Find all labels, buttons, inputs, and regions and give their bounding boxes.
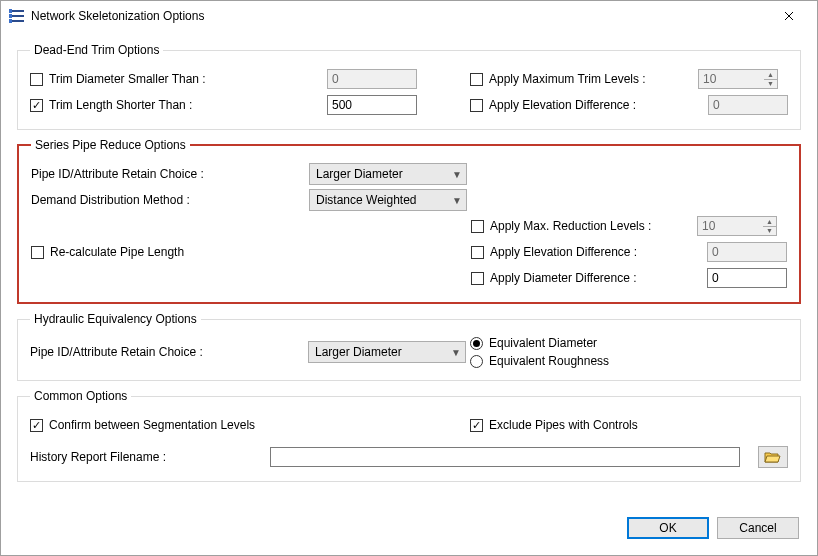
- series-demand-value: Distance Weighted: [316, 193, 452, 207]
- apply-max-reduction-spinner[interactable]: ▲▼: [763, 216, 777, 236]
- exclude-pipes-checkbox[interactable]: [470, 419, 483, 432]
- history-filename-label: History Report Filename :: [30, 450, 270, 464]
- close-button[interactable]: [769, 1, 809, 31]
- series-demand-combo[interactable]: Distance Weighted ▼: [309, 189, 467, 211]
- folder-open-icon: [764, 450, 782, 464]
- apply-max-trim-input: [698, 69, 764, 89]
- svg-rect-1: [10, 15, 24, 17]
- chevron-down-icon: ▼: [452, 169, 462, 180]
- hydraulic-legend: Hydraulic Equivalency Options: [30, 312, 201, 326]
- series-demand-label: Demand Distribution Method :: [31, 193, 303, 207]
- history-filename-input[interactable]: [270, 447, 740, 467]
- recalc-pipe-length-checkbox[interactable]: [31, 246, 44, 259]
- series-retain-combo[interactable]: Larger Diameter ▼: [309, 163, 467, 185]
- svg-rect-0: [10, 10, 24, 12]
- trim-diameter-input: [327, 69, 417, 89]
- hydraulic-retain-label: Pipe ID/Attribute Retain Choice :: [30, 345, 302, 359]
- common-legend: Common Options: [30, 389, 131, 403]
- chevron-up-icon[interactable]: ▲: [764, 70, 777, 80]
- apply-elev-diff-de-checkbox[interactable]: [470, 99, 483, 112]
- cancel-button[interactable]: Cancel: [717, 517, 799, 539]
- confirm-segmentation-label: Confirm between Segmentation Levels: [49, 418, 255, 432]
- apply-elev-diff-sp-checkbox[interactable]: [471, 246, 484, 259]
- eq-diameter-label: Equivalent Diameter: [489, 336, 597, 350]
- apply-max-trim-label: Apply Maximum Trim Levels :: [489, 72, 661, 86]
- chevron-down-icon[interactable]: ▼: [763, 227, 776, 236]
- eq-roughness-label: Equivalent Roughness: [489, 354, 609, 368]
- window-title: Network Skeletonization Options: [31, 9, 769, 23]
- apply-elev-diff-sp-label: Apply Elevation Difference :: [490, 245, 662, 259]
- deadend-group: Dead-End Trim Options Trim Diameter Smal…: [17, 43, 801, 130]
- hydraulic-retain-value: Larger Diameter: [315, 345, 451, 359]
- apply-elev-diff-sp-input: [707, 242, 787, 262]
- hydraulic-group: Hydraulic Equivalency Options Pipe ID/At…: [17, 312, 801, 381]
- trim-diameter-label: Trim Diameter Smaller Than :: [49, 72, 321, 86]
- confirm-segmentation-checkbox[interactable]: [30, 419, 43, 432]
- deadend-legend: Dead-End Trim Options: [30, 43, 163, 57]
- hydraulic-retain-combo[interactable]: Larger Diameter ▼: [308, 341, 466, 363]
- apply-elev-diff-de-label: Apply Elevation Difference :: [489, 98, 661, 112]
- trim-length-checkbox[interactable]: [30, 99, 43, 112]
- apply-max-reduction-input: [697, 216, 763, 236]
- trim-diameter-checkbox[interactable]: [30, 73, 43, 86]
- recalc-pipe-length-label: Re-calculate Pipe Length: [50, 245, 184, 259]
- series-retain-label: Pipe ID/Attribute Retain Choice :: [31, 167, 303, 181]
- eq-roughness-radio[interactable]: [470, 355, 483, 368]
- browse-file-button[interactable]: [758, 446, 788, 468]
- svg-rect-4: [9, 14, 12, 18]
- apply-diam-diff-input[interactable]: [707, 268, 787, 288]
- trim-length-input[interactable]: [327, 95, 417, 115]
- svg-rect-5: [9, 19, 12, 23]
- eq-diameter-radio[interactable]: [470, 337, 483, 350]
- series-group: Series Pipe Reduce Options Pipe ID/Attri…: [17, 138, 801, 304]
- chevron-down-icon: ▼: [452, 195, 462, 206]
- chevron-up-icon[interactable]: ▲: [763, 217, 776, 227]
- apply-diam-diff-checkbox[interactable]: [471, 272, 484, 285]
- trim-length-label: Trim Length Shorter Than :: [49, 98, 321, 112]
- series-legend: Series Pipe Reduce Options: [31, 138, 190, 152]
- apply-elev-diff-de-input: [708, 95, 788, 115]
- common-group: Common Options Confirm between Segmentat…: [17, 389, 801, 482]
- exclude-pipes-label: Exclude Pipes with Controls: [489, 418, 638, 432]
- apply-diam-diff-label: Apply Diameter Difference :: [490, 271, 662, 285]
- chevron-down-icon: ▼: [451, 347, 461, 358]
- apply-max-trim-checkbox[interactable]: [470, 73, 483, 86]
- chevron-down-icon[interactable]: ▼: [764, 80, 777, 89]
- apply-max-trim-spinner[interactable]: ▲▼: [764, 69, 778, 89]
- app-icon: [9, 8, 25, 24]
- apply-max-reduction-checkbox[interactable]: [471, 220, 484, 233]
- ok-button[interactable]: OK: [627, 517, 709, 539]
- titlebar: Network Skeletonization Options: [1, 1, 817, 31]
- svg-rect-3: [9, 9, 12, 13]
- svg-rect-2: [10, 20, 24, 22]
- series-retain-value: Larger Diameter: [316, 167, 452, 181]
- apply-max-reduction-label: Apply Max. Reduction Levels :: [490, 219, 662, 233]
